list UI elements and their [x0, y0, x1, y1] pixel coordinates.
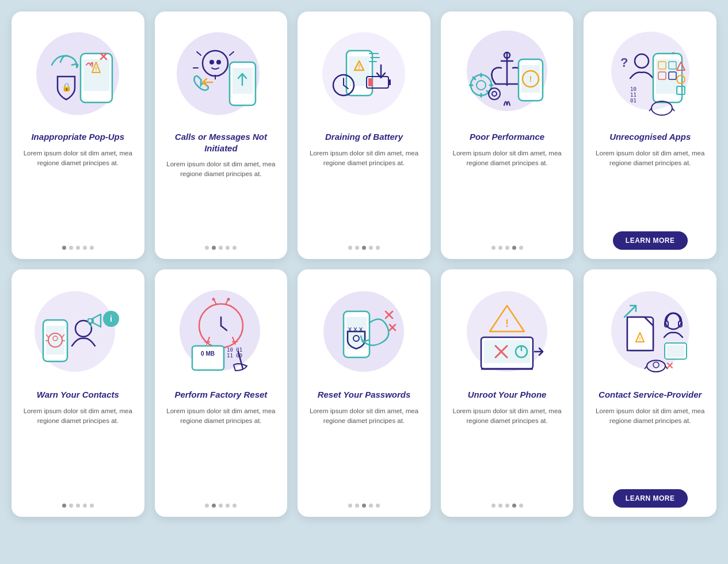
svg-text:10 01: 10 01 — [227, 347, 242, 353]
card-footer-2 — [164, 246, 279, 250]
svg-text:🔒: 🔒 — [62, 82, 72, 92]
dot-8-5 — [376, 504, 380, 508]
card-title-4: Poor Performance — [470, 131, 544, 143]
card-footer-5: LEARN MORE — [593, 231, 707, 250]
dot-3-2 — [355, 246, 359, 250]
card-title-8: Reset Your Passwords — [318, 389, 411, 401]
dot-2-1 — [205, 246, 209, 250]
learn-more-button-2[interactable]: LEARN MORE — [613, 489, 688, 508]
svg-text:!: ! — [505, 318, 509, 329]
card-title-1: Inappropriate Pop-Ups — [31, 131, 124, 143]
pagination-dots-4 — [491, 246, 523, 250]
svg-rect-56 — [656, 59, 679, 94]
card-title-3: Draining of Battery — [325, 131, 403, 143]
dot-8-1 — [348, 504, 352, 508]
illustration-service: ! — [599, 280, 702, 383]
dot-4-5 — [519, 246, 523, 250]
card-reset-passwords: xxx Reset Your Passwords Lorem ipsum dol… — [298, 269, 430, 517]
pagination-dots-2 — [205, 246, 237, 250]
pagination-dots-1 — [62, 246, 94, 250]
svg-text:01: 01 — [630, 98, 636, 104]
dot-3-5 — [376, 246, 380, 250]
pagination-dots-6 — [62, 504, 94, 508]
svg-text:11: 11 — [630, 92, 636, 98]
dot-6-3 — [76, 504, 80, 508]
svg-text:10: 10 — [630, 86, 636, 92]
card-title-7: Perform Factory Reset — [174, 389, 267, 401]
dot-1-1 — [62, 246, 66, 250]
card-factory-reset: 0 MB 10 01 11 00 Perform Factory Reset L… — [155, 269, 288, 517]
svg-rect-23 — [388, 79, 391, 85]
dot-7-2 — [212, 504, 216, 508]
svg-text:!: ! — [639, 336, 641, 342]
dot-1-5 — [90, 246, 94, 250]
svg-rect-127 — [667, 345, 684, 357]
card-footer-8 — [307, 504, 421, 508]
card-performance: ! Poor Performance Lorem ipsum dolor sit… — [441, 12, 574, 259]
dot-7-3 — [219, 504, 223, 508]
card-title-6: Warn Your Contacts — [37, 389, 119, 401]
illustration-unroot: ! — [455, 280, 559, 383]
dot-7-5 — [232, 504, 237, 508]
illustration-calls — [169, 22, 273, 125]
card-footer-10: LEARN MORE — [593, 489, 707, 508]
dot-9-5 — [519, 504, 523, 508]
card-desc-7: Lorem ipsum dolor sit dim amet, mea regi… — [164, 406, 279, 426]
card-title-2: Calls or Messages Not Initiated — [164, 131, 279, 154]
pagination-dots-8 — [348, 504, 380, 508]
card-desc-8: Lorem ipsum dolor sit dim amet, mea regi… — [307, 406, 421, 426]
dot-6-5 — [90, 504, 94, 508]
dot-7-1 — [205, 504, 209, 508]
svg-text:i: i — [110, 314, 112, 323]
dot-2-5 — [232, 246, 237, 250]
dot-9-3 — [505, 504, 509, 508]
dot-7-4 — [226, 504, 230, 508]
svg-rect-24 — [368, 78, 373, 86]
pagination-dots-7 — [205, 504, 237, 508]
dot-8-3 — [362, 504, 366, 508]
card-grid: ! 🔒 Inappropriate Pop-Ups Lorem ipsum do… — [12, 12, 716, 517]
svg-point-10 — [209, 60, 214, 64]
card-battery: ! Draining of Battery Lorem ipsum dolor … — [298, 12, 430, 259]
dot-3-1 — [348, 246, 352, 250]
card-footer-3 — [307, 246, 421, 250]
svg-text:!: ! — [529, 74, 532, 83]
illustration-performance: ! — [455, 22, 559, 125]
card-unrecognised-apps: ? ? 10 11 01 — [584, 12, 716, 259]
svg-point-89 — [212, 298, 215, 301]
card-desc-9: Lorem ipsum dolor sit dim amet, mea regi… — [450, 406, 565, 426]
dot-8-4 — [369, 504, 373, 508]
card-desc-4: Lorem ipsum dolor sit dim amet, mea regi… — [450, 148, 565, 169]
card-desc-2: Lorem ipsum dolor sit dim amet, mea regi… — [164, 159, 279, 180]
dot-4-4 — [512, 246, 516, 250]
svg-point-11 — [216, 60, 221, 64]
card-title-10: Contact Service-Provider — [599, 389, 702, 401]
dot-2-3 — [219, 246, 223, 250]
card-desc-6: Lorem ipsum dolor sit dim amet, mea regi… — [21, 406, 135, 426]
illustration-battery: ! — [312, 22, 416, 125]
card-calls-messages: Calls or Messages Not Initiated Lorem ip… — [155, 12, 288, 259]
illustration-warn: i — [26, 280, 129, 383]
illustration-popups: ! 🔒 — [26, 22, 129, 125]
card-unroot-phone: ! Unroot Your Phone Lorem ipsum dolor si… — [441, 269, 574, 517]
illustration-factory: 0 MB 10 01 11 00 — [169, 280, 273, 383]
dot-3-4 — [369, 246, 373, 250]
card-footer-4 — [450, 246, 565, 250]
svg-text:!: ! — [96, 66, 97, 73]
card-title-5: Unrecognised Apps — [609, 131, 691, 143]
dot-2-2 — [212, 246, 216, 250]
dot-9-1 — [491, 504, 496, 508]
pagination-dots-9 — [491, 504, 523, 508]
card-desc-5: Lorem ipsum dolor sit dim amet, mea regi… — [593, 148, 707, 169]
dot-4-1 — [491, 246, 496, 250]
svg-text:!: ! — [359, 63, 361, 70]
dot-6-4 — [83, 504, 87, 508]
learn-more-button-1[interactable]: LEARN MORE — [613, 231, 688, 250]
card-inappropriate-popups: ! 🔒 Inappropriate Pop-Ups Lorem ipsum do… — [12, 12, 144, 259]
card-footer-6 — [21, 504, 135, 508]
illustration-passwords: xxx — [312, 280, 416, 383]
dot-9-4 — [512, 504, 516, 508]
dot-8-2 — [355, 504, 359, 508]
dot-1-2 — [69, 246, 73, 250]
pagination-dots-3 — [348, 246, 380, 250]
